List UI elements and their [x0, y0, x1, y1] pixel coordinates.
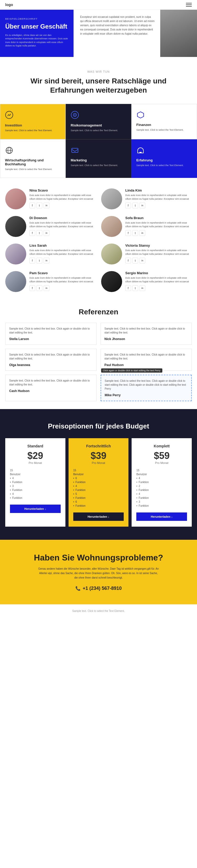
- team-info-sergio: Sergio Marino Duis aute irure dolor in r…: [125, 271, 192, 292]
- twitter-icon[interactable]: t: [36, 230, 42, 236]
- social-icons-liss: f t in: [29, 258, 96, 264]
- cta-title: Haben Sie Wohnungsprobleme?: [16, 553, 181, 563]
- facebook-icon[interactable]: f: [29, 285, 35, 291]
- twitter-icon[interactable]: t: [36, 285, 42, 291]
- pricing-feature: •2: [136, 484, 187, 488]
- pricing-download-standard[interactable]: Herunterladen ↓: [10, 504, 61, 513]
- instagram-icon[interactable]: in: [139, 230, 145, 236]
- hero-left: BEISPIELÜBERSCHRIFT Über unser Geschäft …: [0, 10, 74, 57]
- reference-card-mike[interactable]: Click again or double click to start edi…: [101, 375, 192, 401]
- pricing-feature: •Funktion: [10, 488, 61, 492]
- team-text-sofa: Duis aute irure dolor in reprehenderit i…: [125, 221, 192, 228]
- reference-card-paul[interactable]: Sample text. Click to select the text bo…: [101, 349, 192, 371]
- service-title-erfahrung: Erfahrung: [136, 158, 192, 162]
- service-card-erfahrung[interactable]: Erfahrung Sample text. Click to select t…: [131, 139, 197, 178]
- risikomanagement-icon: [71, 111, 126, 121]
- service-card-marketing[interactable]: Marketing Sample text. Click to select t…: [66, 139, 131, 178]
- avatar-sofa: [101, 216, 122, 237]
- service-title-finanzen: Finanzen: [136, 123, 192, 127]
- team-text-liss: Duis aute irure dolor in reprehenderit i…: [29, 249, 96, 256]
- instagram-icon[interactable]: in: [44, 258, 49, 264]
- team-info-victoria: Victoria Stansy Duis aute irure dolor in…: [125, 244, 192, 265]
- hamburger-line: [186, 6, 192, 6]
- pricing-card-komplett: Komplett $59 Pro Monat 15 Benutzer •4 •F…: [132, 438, 192, 527]
- avatar-liss: [5, 244, 26, 265]
- facebook-icon[interactable]: f: [29, 230, 35, 236]
- footer-note: Sample text. Click to select the Text El…: [72, 610, 125, 613]
- pricing-period-komplett: Pro Monat: [136, 461, 187, 464]
- reference-card-olga[interactable]: Sample text. Click to select the text bo…: [5, 349, 97, 371]
- facebook-icon[interactable]: f: [125, 203, 131, 208]
- pricing-features-fortschrittlich: 15 Benutzer •6 •Funktion •4 •Funktion •5…: [73, 468, 124, 508]
- reference-name-olga: Olga Iwanowa: [9, 363, 93, 367]
- twitter-icon[interactable]: t: [36, 203, 42, 208]
- pricing-name-standard: Standard: [10, 444, 61, 448]
- instagram-icon[interactable]: in: [44, 230, 49, 236]
- pricing-feature: •4: [136, 492, 187, 496]
- instagram-icon[interactable]: in: [139, 285, 145, 291]
- team-member-linda: Linda Kim Duis aute irure dolor in repre…: [101, 188, 192, 209]
- pricing-download-fortschrittlich[interactable]: Herunterladen ↓: [73, 513, 124, 521]
- reference-card-nick[interactable]: Sample text. Click to select the text bo…: [101, 323, 192, 345]
- instagram-icon[interactable]: in: [139, 258, 145, 264]
- facebook-icon[interactable]: f: [29, 203, 35, 208]
- svg-rect-7: [72, 148, 78, 152]
- instagram-icon[interactable]: in: [44, 285, 49, 291]
- hero-right-text: Excepteur sint occaecat cupidatat non pr…: [74, 10, 160, 57]
- hero-sample-text: Es zu erledigten, ohme dass wir sie von …: [5, 34, 68, 48]
- pricing-features-komplett: 15 Benutzer •4 •Funktion •2 •Funktion •4…: [136, 468, 187, 508]
- hamburger-button[interactable]: [186, 3, 192, 6]
- pricing-feature: •3: [136, 500, 187, 504]
- reference-name-mike: Mike Perry: [105, 393, 188, 397]
- cta-section: Haben Sie Wohnungsprobleme? Genau andere…: [0, 540, 197, 604]
- service-card-risikomanagement[interactable]: Risikomanagement Sample text. Click to s…: [66, 104, 131, 139]
- avatar-sergio: [101, 271, 122, 292]
- reference-text-mike: Sample text. Click to select the text bo…: [105, 379, 188, 391]
- team-name-linda: Linda Kim: [125, 188, 192, 192]
- pricing-feature: •Funktion: [73, 504, 124, 508]
- facebook-icon[interactable]: f: [125, 230, 131, 236]
- pricing-feature: 15: [136, 468, 187, 472]
- hero-section: BEISPIELÜBERSCHRIFT Über unser Geschäft …: [0, 10, 197, 57]
- team-name-sergio: Sergio Marino: [125, 271, 192, 275]
- team-name-liss: Liss Sarah: [29, 244, 96, 247]
- reference-text-stella: Sample text. Click to select the text bo…: [9, 327, 93, 335]
- pricing-name-fortschrittlich: Fortschrittlich: [73, 444, 124, 448]
- twitter-icon[interactable]: t: [132, 285, 138, 291]
- finanzen-icon: [136, 111, 192, 120]
- facebook-icon[interactable]: f: [125, 285, 131, 291]
- service-card-investition[interactable]: Investition Sample text. Click to select…: [0, 104, 66, 139]
- service-text-erfahrung: Sample text. Click to select the Text El…: [136, 164, 192, 167]
- facebook-icon[interactable]: f: [125, 258, 131, 264]
- team-info-di: Di Dowson Duis aute irure dolor in repre…: [29, 216, 96, 237]
- erfahrung-icon: [136, 146, 192, 156]
- team-member-victoria: Victoria Stansy Duis aute irure dolor in…: [101, 244, 192, 265]
- reference-card-cash[interactable]: Sample text. Click to select the text bo…: [5, 375, 97, 401]
- reference-card-stella[interactable]: Sample text. Click to select the text bo…: [5, 323, 97, 345]
- team-name-sofa: Sofa Braun: [125, 216, 192, 220]
- pricing-feature: 15: [73, 468, 124, 472]
- references-section: Referenzen Sample text. Click to select …: [0, 300, 197, 409]
- phone-number[interactable]: +1 (234) 567-8910: [83, 586, 122, 591]
- pricing-price-komplett: $59: [136, 450, 187, 461]
- instagram-icon[interactable]: in: [44, 203, 49, 208]
- twitter-icon[interactable]: t: [36, 258, 42, 264]
- pricing-card-fortschrittlich: Fortschrittlich $39 Pro Monat 15 Benutze…: [68, 438, 129, 527]
- facebook-icon[interactable]: f: [29, 258, 35, 264]
- pricing-feature: •6: [73, 500, 124, 504]
- instagram-icon[interactable]: in: [139, 203, 145, 208]
- wirtschaft-icon: [5, 146, 61, 156]
- service-card-finanzen[interactable]: Finanzen Sample text. Click to select th…: [131, 104, 197, 139]
- avatar-di: [5, 216, 26, 237]
- twitter-icon[interactable]: t: [132, 230, 138, 236]
- team-text-nina: Duis aute irure dolor in reprehenderit i…: [29, 194, 96, 201]
- pricing-download-komplett[interactable]: Herunterladen ↓: [136, 513, 187, 521]
- reference-text-cash: Sample text. Click to select the text bo…: [9, 379, 93, 386]
- pricing-feature: •5: [73, 492, 124, 496]
- twitter-icon[interactable]: t: [132, 258, 138, 264]
- pricing-features-standard: 15 Benutzer •4 •Funktion •3 •Funktion •4…: [10, 468, 61, 500]
- team-member-liss: Liss Sarah Duis aute irure dolor in repr…: [5, 244, 96, 265]
- twitter-icon[interactable]: t: [132, 203, 138, 208]
- service-card-wirtschaft[interactable]: Wirtschaftsprüfung und Buchhaltung Sampl…: [0, 139, 66, 178]
- pricing-feature: •Funktion: [136, 496, 187, 500]
